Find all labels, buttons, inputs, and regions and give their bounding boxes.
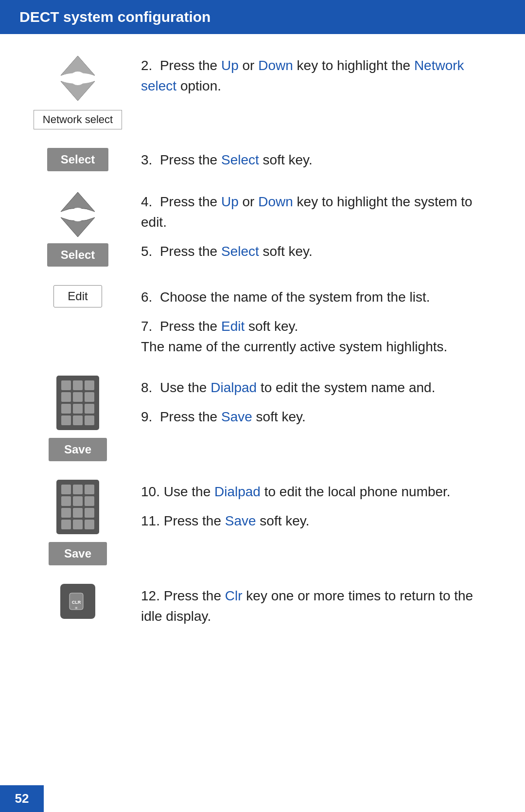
up-arrow-icon <box>56 54 100 78</box>
dialpad-icon-2 <box>56 480 99 534</box>
select-keyword-5: Select <box>221 244 259 259</box>
dialpad-icon <box>56 376 99 430</box>
clr-key-icon: CLR ▣ <box>60 584 95 619</box>
step-12-text: 12. Press the Clr key one or more times … <box>141 584 496 627</box>
step-6-7-row: Edit 6. Choose the name of the system fr… <box>29 285 496 357</box>
down-keyword-4: Down <box>258 194 293 209</box>
step-6-icon: Edit <box>29 285 126 307</box>
page-number: 52 <box>0 785 44 812</box>
page-header: DECT system configuration <box>0 0 525 34</box>
svg-point-2 <box>72 208 84 214</box>
step-10-icon: Save <box>29 480 126 565</box>
down-arrow-icon-2 <box>56 215 100 239</box>
nav-key-icon <box>56 54 100 103</box>
up-arrow-icon-2 <box>56 190 100 214</box>
step-8-icon: Save <box>29 376 126 461</box>
step-8-9-text: 8. Use the Dialpad to edit the system na… <box>141 376 496 427</box>
step-4-5-text: 4. Press the Up or Down key to highlight… <box>141 190 496 262</box>
down-arrow-icon <box>56 79 100 103</box>
select-softkey-2: Select <box>47 243 109 267</box>
save-softkey-2: Save <box>49 542 107 565</box>
edit-softkey: Edit <box>53 285 102 307</box>
step-2-row: Network select 2. Press the Up or Down k… <box>29 54 496 129</box>
svg-text:CLR: CLR <box>72 600 81 605</box>
step-8-9-row: Save 8. Use the Dialpad to edit the syst… <box>29 376 496 461</box>
down-keyword: Down <box>258 58 293 73</box>
nav-key-icon-2 <box>56 190 100 239</box>
step-4-icon: Select <box>29 190 126 267</box>
network-select-label: Network select <box>34 110 122 129</box>
save-keyword-9: Save <box>221 409 252 424</box>
dialpad-keyword-8: Dialpad <box>210 380 257 395</box>
save-keyword-11: Save <box>225 513 256 528</box>
up-keyword-4: Up <box>221 194 239 209</box>
select-softkey: Select <box>47 148 109 171</box>
step-3-icon: Select <box>29 148 126 171</box>
clr-keyword: Clr <box>225 588 243 603</box>
header-title: DECT system configuration <box>19 9 210 25</box>
step-10-11-text: 10. Use the Dialpad to edit the local ph… <box>141 480 496 531</box>
dialpad-keyword-10: Dialpad <box>214 484 261 499</box>
step-12-icon: CLR ▣ <box>29 584 126 619</box>
svg-point-3 <box>72 215 84 221</box>
step-2-icon: Network select <box>29 54 126 129</box>
step-3-text: 3. Press the Select soft key. <box>141 148 496 170</box>
up-keyword: Up <box>221 58 239 73</box>
step-2-text: 2. Press the Up or Down key to highlight… <box>141 54 496 96</box>
select-keyword-3: Select <box>221 152 259 167</box>
svg-text:▣: ▣ <box>75 606 78 609</box>
clr-icon-svg: CLR ▣ <box>66 589 90 614</box>
edit-keyword: Edit <box>221 319 245 334</box>
step-6-7-text: 6. Choose the name of the system from th… <box>141 285 496 357</box>
save-softkey-1: Save <box>49 438 107 461</box>
step-10-11-row: Save 10. Use the Dialpad to edit the loc… <box>29 480 496 565</box>
page-content: Network select 2. Press the Up or Down k… <box>0 34 525 684</box>
step-3-row: Select 3. Press the Select soft key. <box>29 148 496 171</box>
step-12-row: CLR ▣ 12. Press the Clr key one or more … <box>29 584 496 627</box>
step-4-5-row: Select 4. Press the Up or Down key to hi… <box>29 190 496 267</box>
